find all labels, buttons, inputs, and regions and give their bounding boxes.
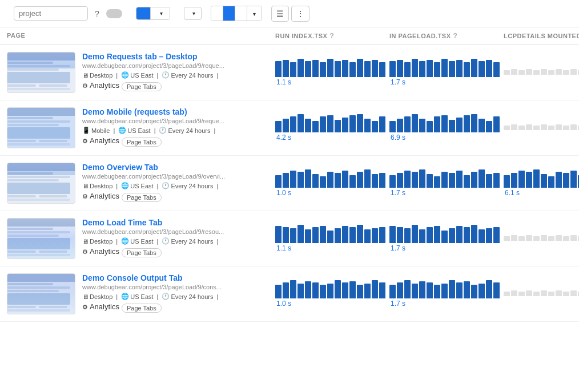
svg-rect-1: [7, 62, 53, 64]
svg-rect-19: [7, 179, 59, 181]
metric-value-1: 1.7 s: [389, 244, 405, 252]
page-thumbnail[interactable]: [7, 163, 75, 204]
weekly-btn[interactable]: [223, 6, 235, 21]
page-details: Demo Mobile (requests tab) www.debugbear…: [82, 107, 275, 147]
page-details: Demo Requests tab – Desktop www.debugbea…: [82, 52, 275, 91]
region-info: 🌐 US East: [121, 293, 153, 300]
page-name[interactable]: Demo Mobile (requests tab): [82, 107, 275, 116]
device-icon: 🖥: [82, 293, 89, 300]
gear-icon: ⚙: [82, 304, 88, 310]
metric-cell-2: [504, 124, 579, 131]
separator-1: |: [116, 293, 118, 300]
time-chevron-btn[interactable]: ▾: [247, 6, 262, 21]
nav-trends-btn[interactable]: ▾: [151, 7, 170, 19]
daily-btn[interactable]: [211, 6, 223, 21]
clock-icon: 🕐: [162, 293, 170, 300]
region-info: 🌐 US East: [121, 237, 153, 245]
pageload-help-icon[interactable]: ?: [453, 32, 458, 40]
svg-rect-25: [7, 228, 53, 230]
svg-rect-12: [7, 127, 70, 139]
svg-rect-15: [7, 143, 70, 146]
frequency-info: 🕐 Every 24 hours: [162, 71, 213, 79]
page-url: www.debugbear.com/project/3/pageLoad/9/o…: [82, 173, 259, 180]
help-icon[interactable]: ?: [93, 7, 102, 21]
frequency-info: 🕐 Every 24 hours: [162, 237, 213, 245]
metric-value-1: 6.9 s: [389, 134, 405, 142]
metric-cell-0: 1.0 s: [275, 169, 389, 197]
metric-cell-0: 1.0 s: [275, 280, 389, 308]
gear-icon: ⚙: [82, 138, 88, 144]
table-row: Demo Overview Tab www.debugbear.com/proj…: [0, 156, 579, 211]
separator-3: |: [214, 127, 215, 134]
device-icon: 🖥: [82, 183, 89, 189]
page-thumbnail[interactable]: [7, 52, 75, 93]
device-info: 🖥 Desktop: [82, 72, 112, 79]
frequency-info: 🕐 Every 24 hours: [162, 182, 213, 189]
filter-toggle[interactable]: [106, 9, 122, 18]
nav-btn-group: ▾: [136, 7, 170, 20]
col-lcpdetails: LCPDETAILS MOUNTED ?: [504, 32, 579, 40]
svg-rect-34: [7, 286, 70, 289]
globe-icon: 🌐: [121, 182, 129, 189]
run-index-help-icon[interactable]: ?: [329, 32, 334, 40]
page-tags: ⚙ Analytics Page Tabs: [82, 302, 275, 313]
page-name[interactable]: Demo Load Time Tab: [82, 218, 275, 227]
thumbnail-visual: [7, 219, 75, 258]
page-tag[interactable]: Page Tabs: [122, 193, 162, 202]
svg-rect-16: [7, 163, 75, 171]
page-name[interactable]: Demo Console Output Tab: [82, 273, 275, 282]
monthly-btn[interactable]: [235, 6, 247, 21]
separator-2: |: [157, 238, 159, 245]
separator-3: |: [216, 183, 218, 189]
page-tags: ⚙ Analytics Page Tabs: [82, 81, 275, 91]
svg-rect-29: [7, 250, 36, 253]
table-row: Demo Mobile (requests tab) www.debugbear…: [0, 100, 579, 156]
device-icon: 🖥: [82, 238, 89, 245]
app-chevron-icon: ▾: [192, 10, 195, 17]
page-tag[interactable]: Page Tabs: [122, 248, 162, 257]
page-thumbnail[interactable]: [7, 273, 75, 314]
list-view-btn[interactable]: ☰: [271, 6, 289, 22]
table-row: Demo Load Time Tab www.debugbear.com/pro…: [0, 211, 579, 266]
frequency-info: 🕐 Every 24 hours: [162, 293, 213, 300]
page-name[interactable]: Demo Overview Tab: [82, 163, 275, 172]
page-thumbnail[interactable]: [7, 218, 75, 259]
separator-1: |: [113, 127, 115, 134]
device-icon: 🖥: [82, 72, 89, 79]
page-details: Demo Console Output Tab www.debugbear.co…: [82, 273, 275, 313]
page-details: Demo Load Time Tab www.debugbear.com/pro…: [82, 218, 275, 257]
page-meta: 🖥 Desktop | 🌐 US East | 🕐 Every 24 hours…: [82, 237, 275, 245]
search-input[interactable]: [14, 6, 88, 21]
app-dropdown[interactable]: ▾: [184, 7, 202, 20]
metric-cell-2: [504, 290, 579, 297]
analytics-icon-row: ⚙ Analytics: [82, 302, 119, 313]
page-meta: 🖥 Desktop | 🌐 US East | 🕐 Every 24 hours…: [82, 71, 275, 79]
clock-icon: 🕐: [159, 127, 167, 134]
metric-value-0: 1.1 s: [275, 244, 291, 252]
page-tag[interactable]: Page Tabs: [122, 82, 162, 91]
svg-rect-26: [7, 231, 70, 233]
svg-rect-17: [7, 172, 53, 175]
page-name[interactable]: Demo Requests tab – Desktop: [82, 52, 275, 61]
time-chevron-icon: ▾: [253, 11, 256, 17]
nav-overview-btn[interactable]: [136, 7, 151, 19]
svg-rect-2: [7, 65, 70, 67]
device-info: 🖥 Desktop: [82, 238, 112, 245]
menu-view-btn[interactable]: ⋮: [291, 6, 309, 22]
page-tag[interactable]: Page Tabs: [122, 138, 162, 147]
page-thumbnail[interactable]: [7, 107, 75, 148]
page-tag[interactable]: Page Tabs: [122, 304, 162, 313]
page-url: www.debugbear.com/project/3/pageLoad/9/r…: [82, 62, 259, 69]
separator-3: |: [216, 293, 218, 300]
metric-cell-2: [504, 69, 579, 76]
metric-cell-2: [504, 235, 579, 242]
thumbnail-visual: [7, 108, 75, 148]
svg-rect-31: [7, 254, 70, 256]
metric-cell-0: 1.1 s: [275, 225, 389, 252]
svg-rect-4: [7, 72, 70, 83]
svg-rect-21: [7, 195, 36, 197]
device-info: 🖥 Desktop: [82, 183, 112, 189]
metric-cell-1: 1.7 s: [389, 225, 504, 252]
svg-rect-0: [7, 52, 75, 60]
svg-rect-39: [7, 309, 70, 312]
